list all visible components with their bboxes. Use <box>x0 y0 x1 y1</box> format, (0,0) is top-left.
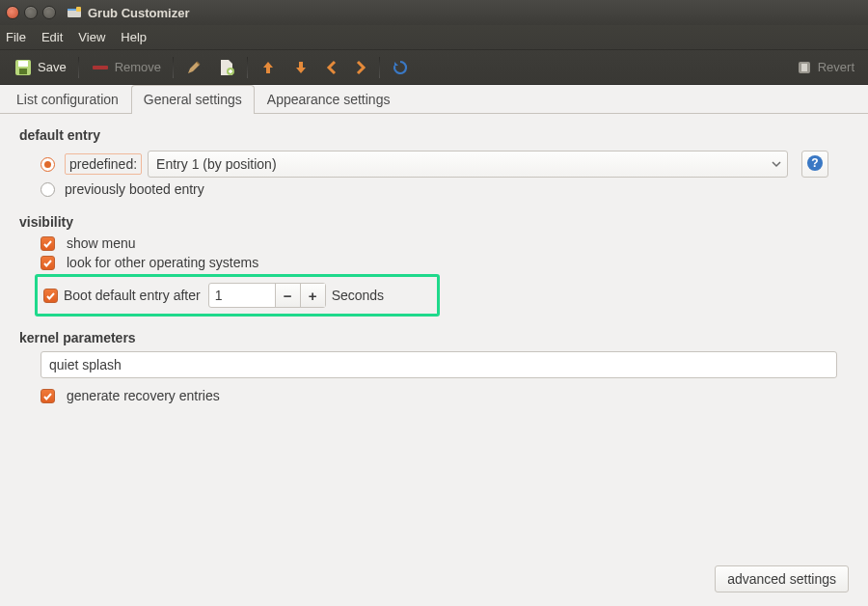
toolbar: Save Remove Revert <box>0 49 868 85</box>
pencil-icon <box>185 59 203 76</box>
radio-previously-booted[interactable] <box>41 182 55 197</box>
arrow-up-icon <box>259 59 277 76</box>
show-menu-label: show menu <box>67 235 136 251</box>
predefined-label: predefined: <box>65 153 142 175</box>
save-button[interactable]: Save <box>6 54 74 81</box>
spinner-plus[interactable]: + <box>300 284 325 307</box>
save-label: Save <box>38 60 67 74</box>
advanced-settings-button[interactable]: advanced settings <box>715 565 849 592</box>
titlebar: Grub Customizer <box>0 0 868 25</box>
spinner-minus[interactable]: − <box>275 284 300 307</box>
app-icon <box>67 5 82 20</box>
section-kernel-parameters: kernel parameters <box>19 330 849 345</box>
tab-appearance-settings[interactable]: Appearance settings <box>255 85 403 114</box>
window-minimize-button[interactable] <box>24 6 38 19</box>
toolbar-separator <box>247 57 248 78</box>
section-default-entry: default entry <box>19 127 849 143</box>
checkbox-show-menu[interactable] <box>41 236 55 251</box>
kernel-parameters-input[interactable] <box>41 351 837 378</box>
refresh-button[interactable] <box>384 55 417 80</box>
predefined-select[interactable]: Entry 1 (by position) <box>148 151 788 178</box>
generate-recovery-label: generate recovery entries <box>67 388 220 403</box>
footer: advanced settings <box>715 565 849 592</box>
new-button <box>210 54 243 81</box>
revert-icon <box>796 59 813 76</box>
arrow-down-icon <box>292 59 310 76</box>
move-down-button <box>285 55 317 80</box>
svg-rect-4 <box>18 61 28 67</box>
menu-file[interactable]: File <box>6 30 26 44</box>
svg-text:?: ? <box>811 156 818 170</box>
toolbar-separator <box>379 57 380 78</box>
help-button[interactable]: ? <box>801 151 828 178</box>
help-icon: ? <box>806 154 824 175</box>
new-page-icon <box>218 58 235 77</box>
refresh-icon <box>392 59 409 76</box>
look-other-os-label: look for other operating systems <box>67 255 258 270</box>
revert-label: Revert <box>818 60 854 74</box>
menubar: File Edit View Help <box>0 25 868 49</box>
tab-general-settings[interactable]: General settings <box>131 85 255 114</box>
window-title: Grub Customizer <box>88 6 189 20</box>
tab-list-configuration[interactable]: List configuration <box>4 85 131 114</box>
svg-rect-6 <box>93 66 108 69</box>
tab-content: default entry predefined: Entry 1 (by po… <box>0 114 868 423</box>
remove-icon <box>91 62 110 73</box>
window-maximize-button[interactable] <box>42 6 56 19</box>
chevron-down-icon <box>772 156 781 172</box>
checkbox-generate-recovery[interactable] <box>41 389 55 403</box>
svg-rect-5 <box>19 69 27 74</box>
menu-view[interactable]: View <box>78 30 105 44</box>
chevron-left-icon <box>325 59 339 76</box>
move-up-button <box>252 55 285 80</box>
edit-button <box>177 55 210 80</box>
boot-delay-input[interactable] <box>209 288 275 303</box>
boot-after-label: Boot default entry after <box>64 288 201 303</box>
save-icon <box>14 58 33 77</box>
boot-delay-highlight: Boot default entry after − + Seconds <box>35 274 440 317</box>
tabstrip: List configuration General settings Appe… <box>0 85 868 114</box>
previously-booted-label: previously booted entry <box>65 181 204 197</box>
toolbar-separator <box>78 57 79 78</box>
section-visibility: visibility <box>19 214 849 230</box>
window-close-button[interactable] <box>6 6 19 19</box>
predefined-value: Entry 1 (by position) <box>156 156 277 172</box>
chevron-right-icon <box>354 59 367 76</box>
remove-button: Remove <box>83 56 169 78</box>
menu-edit[interactable]: Edit <box>41 30 63 44</box>
menu-help[interactable]: Help <box>121 30 147 44</box>
checkbox-look-other-os[interactable] <box>41 256 55 270</box>
move-right-button <box>346 55 375 80</box>
boot-delay-spinner: − + <box>208 283 326 308</box>
checkbox-boot-after[interactable] <box>43 289 58 303</box>
move-left-button <box>317 55 346 80</box>
boot-delay-unit: Seconds <box>332 288 384 303</box>
svg-rect-2 <box>76 7 81 12</box>
toolbar-separator <box>173 57 174 78</box>
radio-predefined[interactable] <box>41 157 55 172</box>
revert-button: Revert <box>788 55 862 80</box>
remove-label: Remove <box>115 60 161 74</box>
